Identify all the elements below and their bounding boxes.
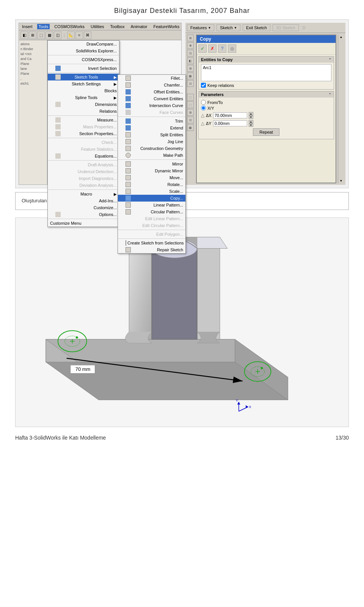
menu-drawcompare[interactable]: DrawCompare... <box>48 41 119 47</box>
delta-x-spinners: ▲ ▼ <box>249 112 253 119</box>
sketch-offset[interactable]: Offset Entities... <box>118 88 185 95</box>
toolbar-btn-5[interactable]: ◫ <box>54 32 61 39</box>
delta-y-down[interactable]: ▼ <box>249 123 253 127</box>
menu-customize-menu[interactable]: Customize Menu <box>48 220 119 227</box>
sw-sidebar: ations n Binder ial <nct and Ca Plane la… <box>19 40 47 184</box>
parameters-section: Parameters ⌃ From/To <box>198 91 334 139</box>
delta-x-input[interactable] <box>213 112 247 118</box>
sketch-construction[interactable]: Construction Geometry <box>118 145 185 152</box>
sketch-make-path[interactable]: Make Path <box>118 152 185 159</box>
menu-addins[interactable]: Add-Ins... <box>48 197 119 204</box>
menu-sketch-settings[interactable]: Sketch Settings ▶ <box>48 80 119 87</box>
sidebar-item-3: ial <nct <box>20 52 46 56</box>
icon-btn-6[interactable]: ▦ <box>187 73 194 79</box>
from-to-radio[interactable] <box>201 100 206 105</box>
delta-x-up[interactable]: ▲ <box>249 112 253 115</box>
icon-btn-7[interactable]: ⊡ <box>187 80 194 87</box>
menubar-cosmosworks[interactable]: COSMOSWorks <box>53 24 86 29</box>
exit-sketch-btn[interactable]: Exit Sketch <box>243 24 270 31</box>
keep-relations-checkbox[interactable] <box>201 83 206 88</box>
toolbar-btn-8[interactable]: ⌘ <box>84 32 91 39</box>
sketch-mirror[interactable]: Mirror <box>118 161 185 167</box>
icon-btn-5[interactable]: ⊞ <box>187 65 194 72</box>
sketch-extend[interactable]: Extend <box>118 125 185 131</box>
sketch-jog[interactable]: Jog Line <box>118 138 185 145</box>
menu-swexplorer[interactable]: SolidWorks Explorer... <box>48 47 119 54</box>
sketch-chamfer[interactable]: Chamfer... <box>118 82 185 88</box>
sidebar-item-6: lane <box>20 66 46 71</box>
sketch-move[interactable]: Move... <box>118 174 185 181</box>
sketch-copy[interactable]: Copy... <box>118 195 185 202</box>
menu-customize[interactable]: Customize... <box>48 204 119 211</box>
repeat-button[interactable]: Repeat <box>253 128 279 136</box>
icon-btn-2[interactable]: ✥ <box>187 42 194 49</box>
delta-y-up[interactable]: ▲ <box>249 120 253 123</box>
sketch-dynamic-mirror[interactable]: Dynamic Mirror <box>118 167 185 174</box>
icon-btn-9[interactable]: ⬚ <box>187 101 194 108</box>
menu-cosmosxpress[interactable]: COSMOSXpress... <box>48 56 119 63</box>
right-scrollbar[interactable]: ▲ ▼ <box>338 35 344 183</box>
dialog-help-btn[interactable]: ? <box>218 44 226 53</box>
features-btn[interactable]: Features ▼ <box>187 24 214 31</box>
parameters-collapse-btn[interactable]: ⌃ <box>328 93 331 97</box>
menu-equations[interactable]: Equations... <box>48 153 119 159</box>
sketch-repair[interactable]: Repair Sketch <box>118 246 185 253</box>
menubar-animator[interactable]: Animator <box>129 24 149 29</box>
icon-btn-4[interactable]: ◧ <box>187 57 194 64</box>
sketch-fillet[interactable]: Fillet... <box>118 75 185 82</box>
toolbar-btn-1[interactable]: ◧ <box>20 32 28 39</box>
sketch-trim[interactable]: Trim <box>118 118 185 125</box>
delta-x-down[interactable]: ▼ <box>249 115 253 119</box>
dialog-cancel-btn[interactable]: ✗ <box>208 44 217 53</box>
menu-options[interactable]: Options... <box>48 211 119 218</box>
menubar-insert[interactable]: Insert <box>20 24 34 29</box>
menu-relations[interactable]: Relations <box>48 108 119 115</box>
menubar-toolbox[interactable]: Toolbox <box>109 24 126 29</box>
sketch-intersection-curve[interactable]: Intersection Curve <box>118 102 185 109</box>
toolbar-btn-7[interactable]: ⌗ <box>75 32 83 39</box>
icon-btn-11[interactable]: ⊡ <box>187 117 194 123</box>
svg-point-15 <box>76 336 78 339</box>
sketch-linear-pattern[interactable]: Linear Pattern... <box>118 202 185 208</box>
sketch-convert[interactable]: Convert Entities <box>118 95 185 102</box>
3d-sketch-btn[interactable]: 3D Sketch <box>273 24 299 31</box>
menu-section-props[interactable]: Section Properties... <box>48 130 119 137</box>
entities-list[interactable]: Arc1 <box>201 64 331 81</box>
delta-x-label: ΔX <box>206 113 212 118</box>
menu-blocks[interactable]: Blocks <box>48 87 119 94</box>
menu-sketch-tools[interactable]: Sketch Tools ▶ <box>48 74 119 80</box>
toolbar-btn-4[interactable]: ▦ <box>46 32 53 39</box>
svg-marker-24 <box>246 405 248 408</box>
menubar-utilities[interactable]: Utilities <box>89 24 105 29</box>
menu-spline-tools[interactable]: Spline Tools ▶ <box>48 94 119 101</box>
toolbar-btn-6[interactable]: 📐 <box>67 32 75 39</box>
menu-invert-selection[interactable]: Invert Selection <box>48 65 119 72</box>
xy-radio[interactable] <box>201 106 206 110</box>
sketch-split[interactable]: Split Entities <box>118 131 185 138</box>
menu-dimensions[interactable]: Dimensions <box>48 101 119 108</box>
menu-macro[interactable]: Macro▶ <box>48 191 119 197</box>
menubar-tools[interactable]: Tools <box>37 24 50 29</box>
icon-btn-8[interactable]: ⬚ <box>187 94 194 101</box>
entities-to-copy-section: Entities to Copy ⌃ Arc1 Keep relations <box>198 56 334 90</box>
scrollbar-down[interactable]: ▼ <box>340 179 343 183</box>
menubar-featureworks[interactable]: FeatureWorks <box>152 24 181 29</box>
icon-btn-10[interactable]: ⊞ <box>187 109 194 116</box>
toolbar-btn-2[interactable]: ⊞ <box>29 32 36 39</box>
sketch-face-curves: Face Curves <box>118 109 185 116</box>
toolbar-btn-3[interactable]: ⬚ <box>37 32 45 39</box>
sketch-rotate[interactable]: Rotate... <box>118 181 185 188</box>
icon-btn-1[interactable]: ⊞ <box>187 35 194 41</box>
menu-measure[interactable]: Measure... <box>48 117 119 123</box>
icon-btn-12[interactable]: ▦ <box>187 124 194 131</box>
sketch-scale[interactable]: Scale... <box>118 188 185 195</box>
dialog-preview-btn[interactable]: ◎ <box>228 44 236 53</box>
delta-y-input[interactable] <box>213 120 247 126</box>
scrollbar-up[interactable]: ▲ <box>340 35 343 39</box>
sketch-btn[interactable]: Sketch ▼ <box>217 24 240 31</box>
sketch-circular-pattern[interactable]: Circular Pattern... <box>118 208 185 215</box>
entities-collapse-btn[interactable]: ⌃ <box>328 58 331 62</box>
icon-btn-3[interactable]: ⊡ <box>187 50 194 57</box>
dialog-ok-btn[interactable]: ✓ <box>198 44 207 53</box>
sketch-create-from-selections[interactable]: Create Sketch from Selections <box>118 240 185 246</box>
